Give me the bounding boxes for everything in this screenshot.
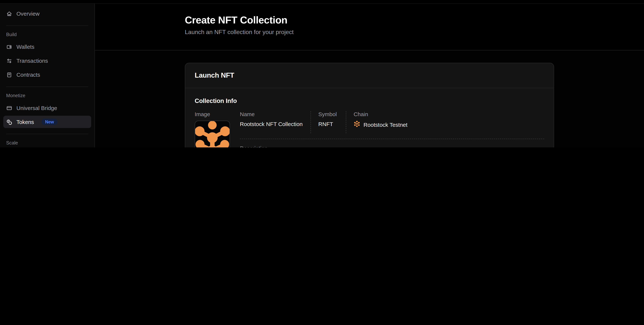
- sidebar-item-overview[interactable]: Overview: [3, 7, 91, 20]
- coins-icon: [6, 119, 12, 125]
- field-label: Image: [195, 111, 240, 117]
- field-label: Name: [240, 111, 303, 117]
- sidebar-item-contracts[interactable]: Contracts: [3, 68, 91, 81]
- page-title: Create NFT Collection: [185, 15, 644, 26]
- sidebar-item-tokens[interactable]: Tokens New: [3, 116, 91, 128]
- sidebar-item-label: Contracts: [16, 72, 40, 78]
- name-field: Name Rootstock NFT Collection: [240, 111, 310, 133]
- credit-card-icon: [6, 105, 12, 111]
- sidebar-section-scale: Scale: [3, 140, 91, 145]
- description-field: Description Rootstock NFT Collection: [240, 145, 544, 147]
- page-subtitle: Launch an NFT collection for your projec…: [185, 29, 644, 35]
- collection-info-section: Collection Info Image: [185, 88, 554, 148]
- divider: [6, 86, 88, 87]
- field-value: RNFT: [318, 121, 338, 127]
- sidebar-item-label: Tokens: [16, 119, 34, 125]
- page-header: Create NFT Collection Launch an NFT coll…: [95, 0, 644, 50]
- collection-image-preview: [195, 121, 230, 147]
- sidebar-item-label: Transactions: [16, 58, 48, 64]
- field-label: Symbol: [318, 111, 338, 117]
- sidebar: Overview Build Wallets Transactions Cont…: [0, 0, 95, 147]
- new-badge: New: [41, 118, 58, 125]
- rootstock-goo-logo: [195, 121, 230, 147]
- sidebar-item-transactions[interactable]: Transactions: [3, 54, 91, 67]
- divider: [240, 139, 544, 139]
- field-label: Chain: [354, 111, 544, 117]
- divider: [6, 25, 88, 26]
- symbol-field: Symbol RNFT: [311, 111, 346, 133]
- sidebar-section-build: Build: [3, 32, 91, 37]
- sidebar-item-universal-bridge[interactable]: Universal Bridge: [3, 102, 91, 114]
- field-value: Rootstock NFT Collection: [240, 121, 303, 127]
- main-area: Create NFT Collection Launch an NFT coll…: [95, 0, 644, 147]
- sidebar-item-label: Overview: [16, 10, 40, 16]
- divider: [6, 134, 88, 134]
- field-label: Description: [240, 145, 544, 147]
- window-top-strip: [0, 0, 644, 4]
- section-heading: Collection Info: [195, 97, 544, 104]
- chain-field: Chain: [346, 111, 544, 133]
- card-header: Launch NFT: [185, 63, 554, 88]
- image-field: Image: [195, 111, 240, 147]
- field-value: Rootstock Testnet: [364, 121, 408, 128]
- sidebar-section-monetize: Monetize: [3, 93, 91, 98]
- contract-file-icon: [6, 72, 12, 78]
- arrows-left-right-icon: [6, 58, 12, 64]
- sidebar-item-label: Wallets: [16, 44, 34, 50]
- wallet-icon: [6, 44, 12, 50]
- sidebar-item-wallets[interactable]: Wallets: [3, 40, 91, 53]
- sidebar-item-label: Universal Bridge: [16, 105, 57, 111]
- app-root: Overview Build Wallets Transactions Cont…: [0, 0, 644, 147]
- rootstock-icon: [354, 121, 360, 129]
- card-title: Launch NFT: [195, 71, 544, 80]
- launch-nft-card: Launch NFT Collection Info Image: [185, 63, 554, 147]
- content-area: Launch NFT Collection Info Image: [95, 50, 644, 147]
- home-icon: [6, 10, 12, 16]
